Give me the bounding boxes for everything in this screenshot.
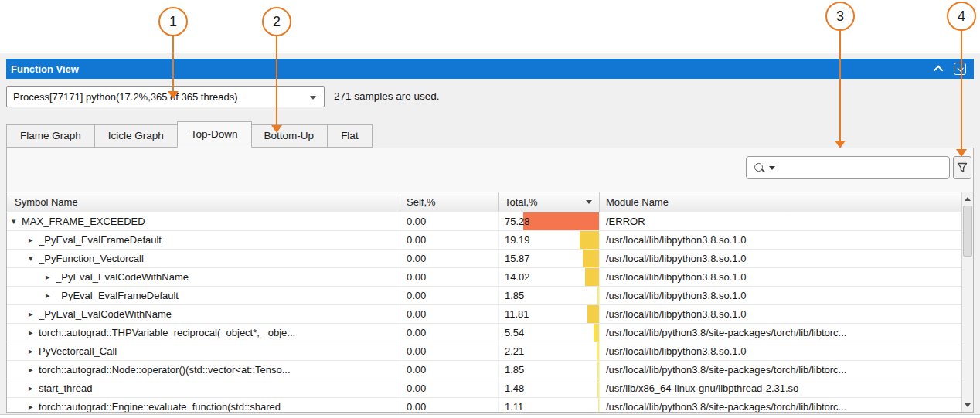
self-pct-cell: 0.00 bbox=[400, 342, 499, 360]
tab-flat[interactable]: Flat bbox=[328, 124, 373, 148]
table-row[interactable]: ▸torch::autograd::Node::operator()(std::… bbox=[7, 361, 961, 379]
scroll-down-button[interactable] bbox=[962, 399, 973, 411]
callout-1-arrow-icon bbox=[168, 91, 179, 99]
expand-row-icon[interactable]: ▸ bbox=[29, 379, 39, 397]
heat-bar bbox=[587, 305, 599, 323]
search-scope-caret-icon[interactable] bbox=[769, 166, 775, 170]
scroll-up-button[interactable] bbox=[962, 193, 973, 205]
callout-3: 3 bbox=[825, 2, 855, 31]
symbol-name: torch::autograd::Engine::evaluate_functi… bbox=[39, 398, 281, 412]
self-pct-cell: 0.00 bbox=[400, 231, 499, 249]
column-header-symbol-name[interactable]: Symbol Name bbox=[7, 192, 400, 212]
symbol-name: MAX_FRAME_EXCEEDED bbox=[22, 212, 145, 230]
total-pct-value: 14.02 bbox=[499, 271, 530, 283]
total-pct-value: 2.21 bbox=[499, 345, 524, 357]
expand-row-icon[interactable]: ▸ bbox=[29, 398, 39, 412]
dropdown-caret-icon bbox=[310, 96, 316, 100]
search-input[interactable] bbox=[775, 157, 949, 178]
total-pct-value: 75.28 bbox=[499, 216, 530, 227]
tab-top-down[interactable]: Top-Down bbox=[177, 121, 252, 148]
vertical-scrollbar[interactable] bbox=[961, 192, 973, 412]
table-row[interactable]: ▸torch::autograd::Engine::evaluate_funct… bbox=[7, 398, 961, 412]
search-icon bbox=[754, 163, 764, 173]
expand-row-icon[interactable]: ▸ bbox=[46, 287, 56, 304]
filter-button[interactable] bbox=[953, 156, 971, 179]
symbol-cell: ▾MAX_FRAME_EXCEEDED bbox=[7, 212, 400, 230]
callout-4-label: 4 bbox=[958, 8, 965, 25]
samples-note: 271 samples are used. bbox=[334, 86, 440, 107]
module-name-cell: /usr/local/lib/python3.8/site-packages/t… bbox=[600, 398, 961, 412]
callout-2: 2 bbox=[262, 7, 291, 36]
module-name-cell: /usr/local/lib/python3.8/site-packages/t… bbox=[600, 361, 961, 379]
heat-bar bbox=[597, 361, 599, 379]
scroll-up-icon bbox=[965, 197, 971, 201]
symbol-cell: ▸torch::autograd::Engine::evaluate_funct… bbox=[7, 398, 400, 412]
table-row[interactable]: ▸PyVectorcall_Call0.002.21/usr/local/lib… bbox=[7, 342, 961, 361]
module-name-cell: /usr/local/lib/libpython3.8.so.1.0 bbox=[600, 250, 961, 267]
module-name-cell: /usr/local/lib/python3.8/site-packages/t… bbox=[600, 324, 961, 342]
self-pct-cell: 0.00 bbox=[400, 305, 499, 323]
table-row[interactable]: ▾_PyFunction_Vectorcall0.0015.87/usr/loc… bbox=[7, 250, 961, 268]
symbol-name: torch::autograd::THPVariable_reciprocal(… bbox=[39, 324, 295, 342]
table-body: ▾MAX_FRAME_EXCEEDED0.0075.28/ERROR▸_PyEv… bbox=[7, 212, 961, 412]
symbol-cell: ▸_PyEval_EvalCodeWithName bbox=[7, 305, 400, 323]
function-table: Symbol Name Self,% Total,% Module Name ▾… bbox=[7, 192, 973, 412]
callout-1-line bbox=[172, 36, 174, 91]
module-name-cell: /usr/local/lib/libpython3.8.so.1.0 bbox=[600, 287, 961, 304]
heat-bar bbox=[580, 231, 599, 249]
tab-flame-graph[interactable]: Flame Graph bbox=[6, 124, 95, 148]
expand-row-icon[interactable]: ▸ bbox=[29, 324, 39, 342]
tab-icicle-graph[interactable]: Icicle Graph bbox=[95, 124, 178, 148]
column-header-module-name[interactable]: Module Name bbox=[600, 192, 961, 212]
symbol-cell: ▸torch::autograd::THPVariable_reciprocal… bbox=[7, 324, 400, 342]
column-header-self-pct[interactable]: Self,% bbox=[400, 192, 499, 212]
collapse-row-icon[interactable]: ▾ bbox=[29, 250, 39, 267]
heat-bar bbox=[597, 287, 599, 304]
symbol-cell: ▾_PyFunction_Vectorcall bbox=[7, 250, 400, 267]
tab-content: Symbol Name Self,% Total,% Module Name ▾… bbox=[6, 148, 974, 413]
callout-4-line bbox=[961, 30, 962, 149]
column-header-total-pct-label: Total,% bbox=[505, 196, 538, 208]
expand-row-icon[interactable]: ▸ bbox=[46, 268, 56, 286]
module-name-cell: /usr/local/lib/libpython3.8.so.1.0 bbox=[600, 305, 961, 323]
table-row[interactable]: ▸_PyEval_EvalCodeWithName0.0011.81/usr/l… bbox=[7, 305, 961, 324]
callout-3-label: 3 bbox=[836, 8, 844, 25]
callout-4-arrow-icon bbox=[956, 149, 967, 157]
collapse-panel-icon[interactable] bbox=[934, 65, 944, 75]
table-row[interactable]: ▸_PyEval_EvalCodeWithName0.0014.02/usr/l… bbox=[7, 268, 961, 287]
expand-row-icon[interactable]: ▸ bbox=[29, 305, 39, 323]
table-row[interactable]: ▸torch::autograd::THPVariable_reciprocal… bbox=[7, 324, 961, 342]
table-row[interactable]: ▸start_thread0.001.48/usr/lib/x86_64-lin… bbox=[7, 379, 961, 398]
table-row[interactable]: ▸_PyEval_EvalFrameDefault0.0019.19/usr/l… bbox=[7, 231, 961, 250]
expand-row-icon[interactable]: ▸ bbox=[29, 342, 39, 360]
table-row[interactable]: ▾MAX_FRAME_EXCEEDED0.0075.28/ERROR bbox=[7, 212, 961, 231]
self-pct-cell: 0.00 bbox=[400, 287, 499, 304]
table-row[interactable]: ▸_PyEval_EvalFrameDefault0.001.85/usr/lo… bbox=[7, 287, 961, 305]
column-header-total-pct[interactable]: Total,% bbox=[499, 192, 600, 212]
panel-menu-icon[interactable] bbox=[954, 63, 966, 75]
symbol-cell: ▸PyVectorcall_Call bbox=[7, 342, 400, 360]
symbol-cell: ▸_PyEval_EvalCodeWithName bbox=[7, 268, 400, 286]
self-pct-cell: 0.00 bbox=[400, 361, 499, 379]
total-pct-cell: 1.48 bbox=[499, 379, 600, 397]
heat-bar bbox=[523, 212, 599, 230]
total-pct-value: 1.48 bbox=[499, 382, 524, 394]
scroll-down-icon bbox=[965, 403, 971, 407]
symbol-name: start_thread bbox=[39, 379, 92, 397]
self-pct-cell: 0.00 bbox=[400, 212, 499, 230]
total-pct-value: 15.87 bbox=[499, 253, 530, 264]
heat-bar bbox=[597, 379, 599, 397]
total-pct-cell: 14.02 bbox=[499, 268, 600, 286]
expand-row-icon[interactable]: ▸ bbox=[29, 361, 39, 379]
symbol-cell: ▸start_thread bbox=[7, 379, 400, 397]
scrollbar-thumb[interactable] bbox=[963, 206, 972, 257]
callout-1-label: 1 bbox=[169, 14, 177, 30]
expand-row-icon[interactable]: ▸ bbox=[29, 231, 39, 249]
self-pct-cell: 0.00 bbox=[400, 398, 499, 412]
module-name-cell: /usr/lib/x86_64-linux-gnu/libpthread-2.3… bbox=[600, 379, 961, 397]
function-view-panel: Function View Process[77171] python(17.2… bbox=[0, 53, 980, 415]
collapse-row-icon[interactable]: ▾ bbox=[12, 212, 22, 230]
search-field[interactable] bbox=[746, 156, 950, 179]
tab-bottom-up[interactable]: Bottom-Up bbox=[251, 124, 328, 148]
symbol-name: _PyEval_EvalCodeWithName bbox=[39, 305, 172, 323]
